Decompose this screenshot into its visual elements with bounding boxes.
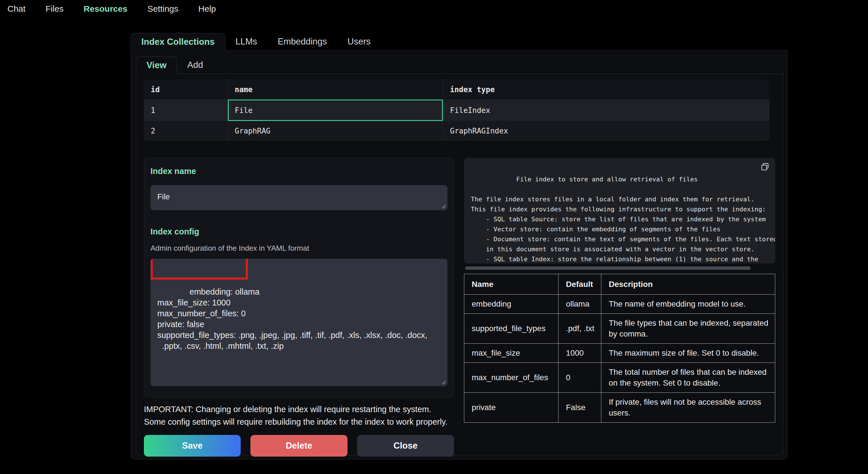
- copy-icon[interactable]: [761, 163, 770, 172]
- index-config-help: Admin configuration of the Index in YAML…: [151, 244, 447, 252]
- horizontal-scrollbar: [465, 266, 768, 270]
- nav-item-settings[interactable]: Settings: [147, 4, 178, 14]
- tab-users[interactable]: Users: [337, 33, 381, 50]
- cell-id[interactable]: 2: [144, 121, 227, 141]
- cell-id[interactable]: 1: [144, 100, 227, 121]
- param-description: The file types that can be indexed, sepa…: [601, 314, 775, 344]
- important-warning-text: IMPORTANT: Changing or deleting the inde…: [144, 403, 454, 428]
- column-header-name: name: [227, 79, 443, 100]
- index-description-text: File index to store and allow retrieval …: [471, 176, 775, 264]
- params-row: embedding ollama The name of embedding m…: [464, 295, 775, 314]
- params-column-default: Default: [558, 274, 601, 295]
- index-editor-panel: Index name File Index config Admin confi…: [144, 158, 454, 397]
- annotation-highlight-box: [151, 259, 248, 279]
- index-config-label: Index config: [151, 227, 447, 236]
- params-column-name: Name: [464, 274, 558, 295]
- index-collections-panel: View Add id name index type 1 File FileI…: [131, 50, 787, 460]
- param-default: .pdf, .txt: [558, 314, 601, 344]
- tab-llms[interactable]: LLMs: [225, 33, 268, 50]
- nav-item-resources[interactable]: Resources: [84, 4, 127, 14]
- tab-add[interactable]: Add: [177, 57, 213, 74]
- cell-index-type[interactable]: GraphRAGIndex: [443, 121, 770, 141]
- param-default: False: [558, 393, 601, 423]
- view-add-tab-nav: View Add: [136, 57, 783, 74]
- view-panel: id name index type 1 File FileIndex 2 Gr…: [136, 74, 783, 455]
- index-params-table: Name Default Description embedding ollam…: [464, 274, 775, 423]
- resize-handle-icon[interactable]: [441, 380, 446, 384]
- param-name: max_file_size: [464, 344, 558, 363]
- param-default: 1000: [558, 344, 601, 363]
- column-header-id: id: [144, 79, 227, 100]
- tab-view[interactable]: View: [136, 57, 177, 74]
- param-default: ollama: [558, 295, 601, 314]
- param-name: embedding: [464, 295, 558, 314]
- index-name-value: File: [157, 193, 170, 201]
- index-collections-table: id name index type 1 File FileIndex 2 Gr…: [144, 79, 770, 141]
- resources-tab-nav: Index Collections LLMs Embeddings Users: [131, 33, 787, 50]
- param-description: If private, files will not be accessible…: [601, 393, 775, 423]
- top-navbar: Chat Files Resources Settings Help: [0, 0, 868, 18]
- selected-cell-outline: [228, 100, 443, 121]
- tab-index-collections[interactable]: Index Collections: [131, 33, 225, 50]
- close-button[interactable]: Close: [357, 435, 454, 456]
- param-description: The total number of files that can be in…: [601, 363, 775, 393]
- params-row: max_file_size 1000 The maximum size of f…: [464, 344, 775, 363]
- cell-index-type[interactable]: FileIndex: [443, 100, 770, 121]
- param-description: The maximum size of file. Set 0 to disab…: [601, 344, 775, 363]
- index-name-label: Index name: [151, 166, 447, 176]
- nav-item-files[interactable]: Files: [45, 4, 63, 14]
- column-header-index-type: index type: [443, 79, 770, 100]
- action-buttons: Save Delete Close: [144, 435, 454, 456]
- table-row[interactable]: 2 GraphRAG GraphRAGIndex: [144, 121, 770, 141]
- params-header-row: Name Default Description: [464, 274, 775, 295]
- param-name: supported_file_types: [464, 314, 558, 344]
- index-docs-column: File index to store and allow retrieval …: [464, 158, 775, 456]
- cell-name[interactable]: GraphRAG: [227, 121, 443, 141]
- resources-tabs: Index Collections LLMs Embeddings Users …: [131, 33, 787, 460]
- param-description: The name of embedding model to use.: [601, 295, 775, 314]
- nav-item-help[interactable]: Help: [198, 4, 216, 14]
- table-row[interactable]: 1 File FileIndex: [144, 100, 770, 121]
- param-name: private: [464, 393, 558, 423]
- param-default: 0: [558, 363, 601, 393]
- index-description-panel: File index to store and allow retrieval …: [464, 158, 775, 264]
- table-header-row: id name index type: [144, 79, 770, 100]
- index-config-textarea[interactable]: embedding: ollama max_file_size: 1000 ma…: [151, 259, 447, 386]
- resize-handle-icon[interactable]: [441, 204, 446, 208]
- params-row: private False If private, files will not…: [464, 393, 775, 423]
- cell-name-value: File: [235, 106, 253, 115]
- params-column-description: Description: [601, 274, 775, 295]
- tab-embeddings[interactable]: Embeddings: [267, 33, 337, 50]
- index-name-input[interactable]: File: [151, 185, 447, 210]
- index-editor-column: Index name File Index config Admin confi…: [144, 158, 454, 456]
- nav-item-chat[interactable]: Chat: [7, 4, 25, 14]
- save-button[interactable]: Save: [144, 435, 241, 456]
- cell-name-selected[interactable]: File: [227, 100, 443, 121]
- horizontal-scrollbar-thumb[interactable]: [465, 266, 751, 270]
- params-row: max_number_of_files 0 The total number o…: [464, 363, 775, 393]
- params-row: supported_file_types .pdf, .txt The file…: [464, 314, 775, 344]
- index-config-value: embedding: ollama max_file_size: 1000 ma…: [157, 287, 428, 350]
- delete-button[interactable]: Delete: [250, 435, 347, 456]
- param-name: max_number_of_files: [464, 363, 558, 393]
